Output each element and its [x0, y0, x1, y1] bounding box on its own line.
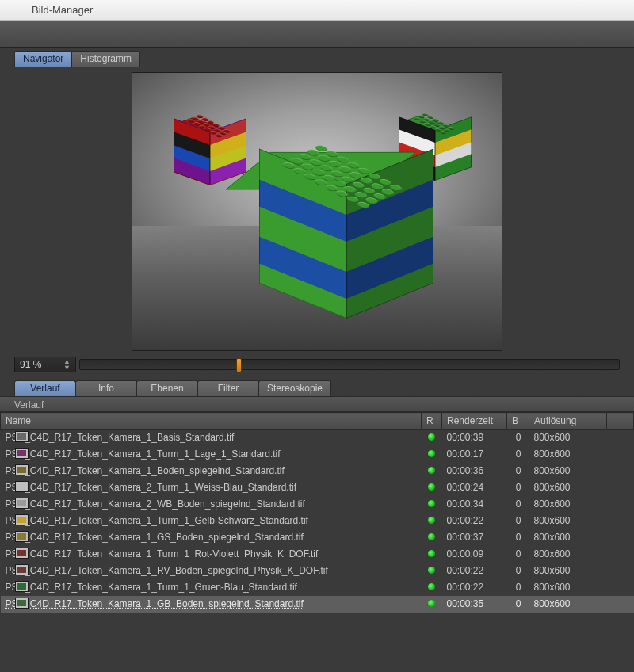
stepper-arrows-icon[interactable]: ▲▼: [63, 358, 71, 371]
history-tabrow: Verlauf Info Ebenen Filter Stereoskopie: [0, 377, 634, 396]
cell-name: PSD_C4D_R17_Token_Kamera_1_GS_Boden_spie…: [1, 529, 422, 546]
cell-b: 0: [507, 596, 529, 613]
status-dot-icon: [428, 567, 435, 574]
cell-rendertime: 00:00:37: [442, 529, 507, 546]
history-panel: Verlauf Info Ebenen Filter Stereoskopie …: [0, 377, 634, 613]
cell-b: 0: [507, 446, 529, 463]
file-thumbnail-icon: [15, 431, 29, 442]
table-row[interactable]: PSD_C4D_R17_Token_Kamera_1_GB_Boden_spie…: [1, 596, 634, 613]
status-dot-icon: [428, 433, 435, 441]
cell-name: PSD_C4D_R17_Token_Kamera_2_Turm_1_Weiss-…: [1, 479, 422, 496]
cell-name: PSD_C4D_R17_Token_Kamera_1_Turm_1_Gelb-S…: [1, 513, 422, 529]
window-title: Bild-Manager: [32, 4, 93, 16]
cell-name: PSD_C4D_R17_Token_Kamera_1_Boden_spiegel…: [1, 463, 422, 479]
table-row[interactable]: PSD_C4D_R17_Token_Kamera_1_Turm_1_Lage_1…: [1, 446, 634, 463]
status-dot-icon: [428, 517, 435, 524]
titlebar[interactable]: Bild-Manager: [0, 0, 634, 21]
zoom-row: 91 % ▲▼: [0, 353, 634, 377]
tab-info[interactable]: Info: [75, 380, 137, 396]
cell-rendertime: 00:00:24: [442, 479, 507, 496]
col-r[interactable]: R: [422, 413, 442, 430]
col-aufloesung[interactable]: Auflösung: [529, 413, 607, 430]
cell-name: PSD_C4D_R17_Token_Kamera_1_Turm_1_Rot-Vi…: [1, 546, 422, 563]
file-thumbnail-icon: [15, 448, 29, 459]
cell-spare: [607, 496, 634, 513]
viewer-panel: Navigator Histogramm: [0, 48, 634, 377]
cell-status: [422, 463, 442, 479]
file-thumbnail-icon: [15, 548, 29, 559]
tab-navigator[interactable]: Navigator: [14, 51, 72, 67]
table-row[interactable]: PSD_C4D_R17_Token_Kamera_2_Turm_1_Weiss-…: [1, 479, 634, 496]
tab-filter[interactable]: Filter: [197, 380, 259, 396]
cell-status: [422, 596, 442, 613]
status-dot-icon: [428, 500, 435, 507]
file-thumbnail-icon: [15, 514, 29, 525]
status-dot-icon: [428, 483, 435, 491]
cell-resolution: 800x600: [529, 596, 607, 613]
section-header-verlauf: Verlauf: [0, 396, 634, 412]
cell-b: 0: [507, 463, 529, 479]
file-name: PSD_C4D_R17_Token_Kamera_1_Turm_1_Gruen-…: [6, 582, 297, 593]
file-name: PSD_C4D_R17_Token_Kamera_2_Turm_1_Weiss-…: [6, 482, 297, 493]
table-row[interactable]: PSD_C4D_R17_Token_Kamera_1_RV_Boden_spie…: [1, 563, 634, 579]
col-name[interactable]: Name: [1, 413, 422, 430]
cell-status: [422, 529, 442, 546]
file-name: PSD_C4D_R17_Token_Kamera_1_Turm_1_Rot-Vi…: [6, 548, 319, 559]
file-name: PSD_C4D_R17_Token_Kamera_1_Basis_Standar…: [6, 432, 235, 443]
file-thumbnail-icon: [15, 531, 29, 542]
tab-stereoskopie[interactable]: Stereoskopie: [258, 380, 331, 396]
cell-spare: [607, 430, 634, 446]
file-name: PSD_C4D_R17_Token_Kamera_1_GS_Boden_spie…: [6, 532, 304, 543]
file-thumbnail-icon: [15, 464, 29, 475]
col-b[interactable]: B: [507, 413, 529, 430]
cell-rendertime: 00:00:22: [442, 579, 507, 596]
render-history-table: Name R Renderzeit B Auflösung PSD_C4D_R1…: [0, 412, 634, 613]
render-object-center-cube: [259, 152, 433, 342]
table-row[interactable]: PSD_C4D_R17_Token_Kamera_1_Basis_Standar…: [1, 430, 634, 446]
cell-spare: [607, 479, 634, 496]
cell-resolution: 800x600: [529, 430, 607, 446]
file-name: PSD_C4D_R17_Token_Kamera_2_WB_Boden_spie…: [6, 498, 305, 510]
table-row[interactable]: PSD_C4D_R17_Token_Kamera_2_WB_Boden_spie…: [1, 496, 634, 513]
zoom-slider-thumb[interactable]: [236, 358, 242, 372]
cell-rendertime: 00:00:22: [442, 513, 507, 529]
tab-verlauf[interactable]: Verlauf: [14, 380, 76, 396]
cell-b: 0: [507, 496, 529, 513]
cell-b: 0: [507, 579, 529, 596]
file-thumbnail-icon: [15, 498, 29, 509]
cell-name: PSD_C4D_R17_Token_Kamera_1_Turm_1_Lage_1…: [1, 446, 422, 463]
col-spare: [607, 413, 634, 430]
cell-spare: [607, 463, 634, 479]
cell-status: [422, 430, 442, 446]
file-thumbnail-icon: [15, 481, 29, 492]
file-name: PSD_C4D_R17_Token_Kamera_1_Boden_spiegel…: [6, 465, 285, 476]
file-name: PSD_C4D_R17_Token_Kamera_1_Turm_1_Lage_1…: [6, 449, 281, 460]
render-preview[interactable]: [132, 72, 502, 351]
table-row[interactable]: PSD_C4D_R17_Token_Kamera_1_Turm_1_Rot-Vi…: [1, 546, 634, 563]
table-row[interactable]: PSD_C4D_R17_Token_Kamera_1_GS_Boden_spie…: [1, 529, 634, 546]
zoom-slider[interactable]: [79, 359, 620, 370]
table-row[interactable]: PSD_C4D_R17_Token_Kamera_1_Turm_1_Gruen-…: [1, 579, 634, 596]
file-thumbnail-icon: [15, 598, 29, 609]
table-row[interactable]: PSD_C4D_R17_Token_Kamera_1_Boden_spiegel…: [1, 463, 634, 479]
file-name: PSD_C4D_R17_Token_Kamera_1_RV_Boden_spie…: [6, 565, 328, 576]
col-renderzeit[interactable]: Renderzeit: [442, 413, 507, 430]
tab-histogramm[interactable]: Histogramm: [71, 51, 140, 67]
cell-b: 0: [507, 513, 529, 529]
cell-spare: [607, 513, 634, 529]
file-thumbnail-icon: [15, 581, 29, 592]
file-thumbnail-icon: [15, 564, 29, 575]
toolbar-strip: [0, 21, 634, 48]
cell-rendertime: 00:00:22: [442, 563, 507, 579]
table-row[interactable]: PSD_C4D_R17_Token_Kamera_1_Turm_1_Gelb-S…: [1, 513, 634, 529]
cell-resolution: 800x600: [529, 446, 607, 463]
file-name: PSD_C4D_R17_Token_Kamera_1_Turm_1_Gelb-S…: [6, 515, 308, 526]
tab-ebenen[interactable]: Ebenen: [136, 380, 198, 396]
cell-b: 0: [507, 529, 529, 546]
cell-b: 0: [507, 546, 529, 563]
cell-b: 0: [507, 563, 529, 579]
cell-rendertime: 00:00:17: [442, 446, 507, 463]
zoom-value-field[interactable]: 91 % ▲▼: [14, 357, 76, 372]
cell-name: PSD_C4D_R17_Token_Kamera_1_RV_Boden_spie…: [1, 563, 422, 579]
status-dot-icon: [428, 600, 435, 607]
